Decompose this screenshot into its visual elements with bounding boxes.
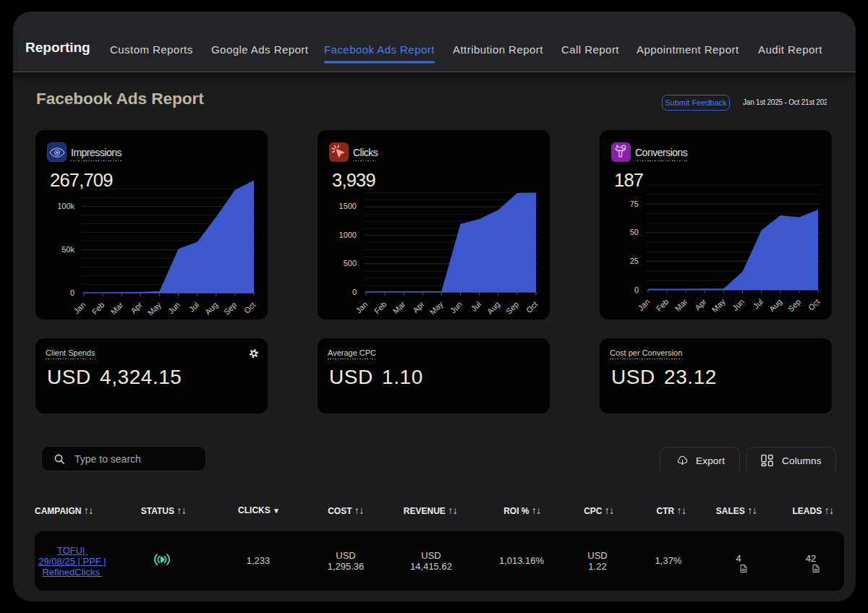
svg-text:100k: 100k: [57, 202, 75, 210]
svg-text:Sep: Sep: [786, 297, 802, 313]
svg-text:Jun: Jun: [731, 297, 746, 312]
svg-text:Sep: Sep: [222, 300, 238, 316]
svg-text:75: 75: [630, 200, 639, 208]
svg-text:500: 500: [344, 259, 357, 267]
svg-text:Apr: Apr: [693, 297, 708, 312]
svg-text:Apr: Apr: [129, 300, 144, 315]
svg-text:Oct: Oct: [524, 300, 540, 315]
svg-text:Jan: Jan: [72, 300, 87, 315]
svg-text:1000: 1000: [339, 231, 357, 239]
svg-text:Jul: Jul: [469, 300, 482, 313]
svg-text:0: 0: [352, 288, 357, 296]
svg-text:May: May: [428, 299, 446, 317]
svg-text:Jul: Jul: [187, 300, 200, 313]
svg-text:Jun: Jun: [166, 300, 182, 315]
svg-text:Feb: Feb: [373, 300, 388, 316]
svg-text:Apr: Apr: [411, 299, 426, 314]
svg-text:May: May: [146, 300, 163, 317]
svg-text:Jul: Jul: [752, 297, 765, 310]
svg-text:Jan: Jan: [354, 300, 369, 315]
svg-text:Oct: Oct: [242, 300, 258, 315]
svg-text:Mar: Mar: [673, 297, 689, 313]
svg-text:1500: 1500: [339, 202, 357, 210]
svg-text:Mar: Mar: [109, 300, 125, 316]
svg-text:0: 0: [70, 288, 75, 297]
svg-text:0: 0: [634, 286, 639, 294]
svg-text:Feb: Feb: [90, 300, 106, 316]
svg-text:Jun: Jun: [448, 300, 464, 315]
svg-text:May: May: [710, 297, 728, 314]
svg-text:Mar: Mar: [391, 299, 407, 315]
svg-text:Aug: Aug: [767, 297, 783, 313]
svg-text:Oct: Oct: [807, 297, 822, 312]
svg-text:25: 25: [630, 257, 639, 265]
svg-text:50: 50: [630, 228, 639, 236]
svg-text:Aug: Aug: [485, 300, 501, 316]
svg-text:Feb: Feb: [655, 297, 671, 313]
svg-text:Jan: Jan: [636, 297, 651, 312]
svg-text:Aug: Aug: [203, 300, 219, 316]
svg-text:Sep: Sep: [504, 300, 520, 316]
svg-text:50k: 50k: [61, 245, 75, 254]
